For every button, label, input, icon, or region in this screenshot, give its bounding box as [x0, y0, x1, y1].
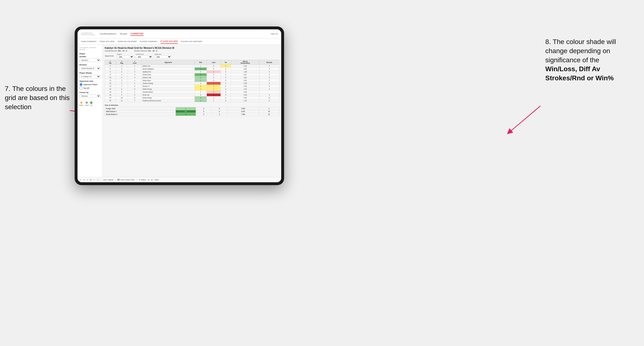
cell-loss: 0	[206, 68, 220, 70]
share-button[interactable]: Share	[154, 179, 159, 180]
cell-div: 19	[105, 96, 116, 99]
cell-div: 13	[105, 82, 116, 85]
bottom-toolbar: ↩ ↻ ↩ ⊞ ✂ 🕐 View: Original 💾 Save Custom…	[78, 177, 281, 182]
legend-up: Up	[90, 101, 92, 106]
table-row: 18 2 2 Euna Lee 0 3 0 -5.00 2	[105, 94, 279, 96]
opponent-label: Opponent	[154, 53, 172, 55]
col-conf: #Conf	[128, 60, 142, 65]
region-filter: Region (All)	[117, 53, 134, 58]
legend-level-dot	[86, 101, 88, 104]
out-div-row: NCAA Division 2 5 0 0 7.400 10	[105, 113, 279, 116]
cell-tie: 0	[220, 79, 231, 82]
cell-win: 2	[195, 76, 206, 79]
cell-opponent: Eunice Yi	[142, 85, 195, 88]
toolbar-undo[interactable]: ↩	[80, 179, 81, 181]
cell-conf: 1	[128, 82, 142, 85]
cell-rounds: 3	[260, 79, 279, 82]
cell-opponent: Emily Chang	[142, 96, 195, 99]
cell-win: 3	[195, 73, 206, 76]
tab-team-h2h-heatmap[interactable]: TEAM H2H HEATMAP	[118, 39, 137, 43]
cell-diff: 0.30	[231, 96, 260, 99]
cell-rounds	[260, 91, 279, 94]
last-updated: Last Updated: 27/03/2024 16:55:38	[80, 47, 101, 51]
cell-win: 1	[195, 65, 206, 68]
cell-loss: 1	[206, 96, 220, 99]
nav-teams[interactable]: TEAMS	[120, 32, 127, 36]
cell-conf: 6	[128, 96, 142, 99]
table-row: 11 1 1 Heejo Hyun 1 0 0 3.33 3	[105, 79, 279, 82]
tab-player-h2h-grid[interactable]: PLAYER H2H GRID	[160, 39, 178, 44]
cell-opponent: Esther Lee	[142, 65, 195, 68]
cell-tie: 0	[220, 73, 231, 76]
cell-tie: 0	[220, 82, 231, 85]
toolbar-icon-grid[interactable]: ⊟	[148, 179, 149, 181]
cell-rounds: 9	[260, 85, 279, 88]
cell-reg: 8	[116, 88, 128, 91]
opponent-select[interactable]: (All)	[154, 55, 172, 58]
table-row: 3 1 1 Esther Lee 1 0 1 1.50 4	[105, 65, 279, 68]
view-original[interactable]: View: Original	[103, 179, 114, 180]
save-custom-view[interactable]: 💾 Save Custom View	[118, 179, 134, 181]
cell-div: 15	[105, 88, 116, 91]
tab-player-summary[interactable]: PLAYER SUMMARY	[140, 39, 158, 43]
player-rank-select[interactable]: 8. Katelyn Vo	[80, 75, 101, 78]
toolbar-clock[interactable]: 🕐	[97, 179, 99, 181]
cell-diff: 1.25	[231, 88, 260, 91]
tab-team-h2h-grid[interactable]: TEAM H2H GRID	[100, 39, 114, 43]
cell-diff: -0.94	[231, 91, 260, 94]
nav-tournaments[interactable]: TOURNAMENTS	[100, 32, 116, 36]
cell-reg: 9	[116, 91, 128, 94]
radio-opponents-played[interactable]: Opponents Played	[80, 83, 101, 86]
annotation-left-text: 7. The colours in the grid are based on …	[5, 85, 70, 111]
gender-label: Gender	[80, 55, 101, 58]
toolbar-icon-share-alt[interactable]: ⊞	[151, 179, 153, 181]
cell-div: 20	[105, 99, 116, 102]
colour-by-select[interactable]: Win/loss	[80, 94, 101, 98]
cell-out-diff: 7.400	[227, 113, 259, 116]
cell-opponent: Euna Lee	[142, 94, 195, 96]
cell-reg: 2	[116, 94, 128, 96]
cell-win: 1	[195, 68, 206, 70]
toolbar-redo-2[interactable]: ↩	[87, 179, 88, 181]
region-select[interactable]: (All)	[117, 55, 134, 58]
cell-reg: 11	[116, 99, 128, 102]
cell-reg: 10	[116, 96, 128, 99]
cell-tie: 0	[220, 68, 231, 70]
cell-div: 16	[105, 91, 116, 94]
sign-out[interactable]: Sign out	[271, 33, 278, 35]
tab-team-summary[interactable]: TEAM SUMMARY	[81, 39, 96, 43]
gender-select[interactable]: Women's	[80, 58, 101, 62]
cell-win: 2	[195, 85, 206, 88]
nav-committee[interactable]: COMMITTEE	[130, 32, 144, 36]
cell-out-rounds: 30	[259, 110, 279, 113]
table-row: 9 1 4 Sharon Mun 3 0 0 3.67 3	[105, 73, 279, 76]
cell-tie: 0	[220, 85, 231, 88]
header-right: Sign out	[271, 33, 278, 35]
radio-top-100[interactable]: Top 100	[80, 87, 101, 90]
cell-win: 4	[195, 96, 206, 99]
cell-diff: 1.50	[231, 65, 260, 68]
cell-out-rounds: 2	[259, 107, 279, 110]
division-label: Division	[80, 64, 101, 66]
cell-diff: 4.00	[231, 68, 260, 70]
table-row: 10 6 3 Andrea York 2 0 0 4.00 4	[105, 76, 279, 79]
conference-filter: Conference (All)	[136, 53, 153, 58]
cell-out-loss: 0	[196, 113, 212, 116]
toolbar-redo-1[interactable]: ↻	[83, 179, 85, 181]
division-select[interactable]: NCAA Division III	[80, 67, 101, 70]
eye-icon: 👁	[139, 179, 140, 180]
cell-diff: 0.38	[231, 85, 260, 88]
col-tie: Tie	[220, 60, 231, 65]
cell-reg: 1	[116, 65, 128, 68]
grid-area: Katelyn Vo Head-to-Head Grid for Women's…	[103, 45, 281, 177]
colour-by-label: Colour by	[80, 91, 101, 94]
tab-player-h2h-heatmap[interactable]: PLAYER H2H HEATMAP	[181, 39, 202, 43]
cell-div: 11	[105, 79, 116, 82]
cell-div: 3	[105, 65, 116, 68]
annotation-right-bold: Win/Loss, Diff Av Strokes/Rnd or Win%	[545, 65, 614, 82]
toolbar-icon-2[interactable]: ✂	[94, 179, 95, 181]
conference-select[interactable]: (All)	[136, 55, 153, 58]
watch-button[interactable]: 👁 Watch	[139, 179, 146, 180]
toolbar-icon-1[interactable]: ⊞	[90, 179, 92, 181]
cell-opponent: Federica Domecq Lacroze	[142, 99, 195, 102]
